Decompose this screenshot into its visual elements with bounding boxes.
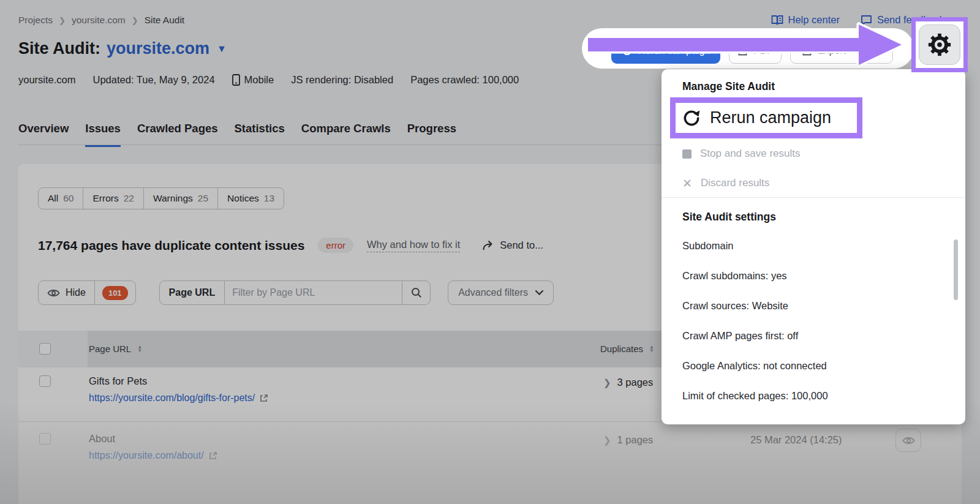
site-audit-settings-header: Site Audit settings (682, 211, 776, 224)
setting-crawl-sources[interactable]: Crawl sources: Website (682, 300, 788, 312)
dropdown-discard-item[interactable]: ✕ Discard results (682, 171, 769, 195)
stop-icon (682, 149, 692, 159)
gear-icon (927, 32, 952, 58)
setting-limit-pages[interactable]: Limit of checked pages: 100,000 (682, 390, 828, 402)
dropdown-stop-save-item[interactable]: Stop and save results (682, 141, 800, 166)
setting-google-analytics[interactable]: Google Analytics: not connected (682, 360, 827, 372)
setting-crawl-amp[interactable]: Crawl AMP pages first: off (682, 330, 798, 342)
manage-site-audit-header: Manage Site Audit (682, 80, 775, 93)
dropdown-scrollbar[interactable] (954, 239, 958, 300)
annotation-arrow (582, 21, 907, 67)
stop-save-label: Stop and save results (700, 148, 800, 160)
refresh-icon (682, 108, 701, 128)
settings-highlight-inner (916, 21, 963, 68)
rerun-campaign-highlight: Rerun campaign (670, 97, 862, 138)
site-audit-settings-dropdown: Manage Site Audit Rerun campaign Stop an… (662, 69, 965, 424)
setting-crawl-subdomains[interactable]: Crawl subdomains: yes (682, 270, 787, 282)
settings-button[interactable] (919, 24, 960, 65)
x-icon: ✕ (682, 176, 692, 190)
dropdown-rerun-campaign-item[interactable]: Rerun campaign (710, 108, 831, 127)
settings-highlight-box (911, 17, 968, 72)
setting-subdomain[interactable]: Subdomain (682, 240, 733, 252)
discard-label: Discard results (701, 177, 769, 189)
dropdown-divider (662, 197, 965, 198)
